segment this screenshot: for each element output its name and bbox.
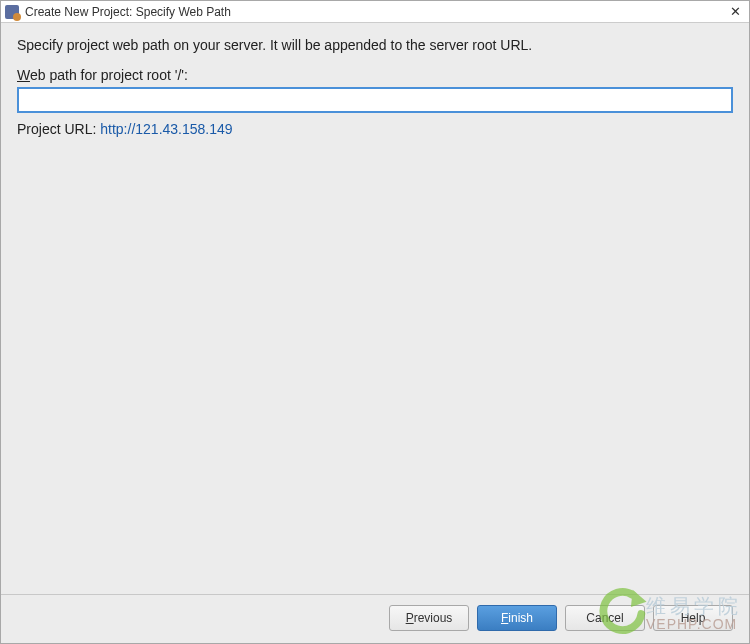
cancel-label: Cancel — [586, 611, 623, 625]
project-url-value: http://121.43.158.149 — [100, 121, 232, 137]
finish-mnemonic: F — [501, 611, 508, 625]
help-button[interactable]: Help — [653, 605, 733, 631]
help-label: Help — [681, 611, 706, 625]
cancel-button[interactable]: Cancel — [565, 605, 645, 631]
web-path-mnemonic: W — [17, 67, 30, 83]
button-divider — [1, 594, 749, 595]
previous-label: revious — [414, 611, 453, 625]
finish-label: inish — [508, 611, 533, 625]
previous-button[interactable]: Previous — [389, 605, 469, 631]
titlebar: Create New Project: Specify Web Path ✕ — [1, 1, 749, 23]
button-row: Previous Finish Cancel Help — [17, 605, 733, 635]
web-path-label-text: eb path for project root '/': — [30, 67, 188, 83]
web-path-label: Web path for project root '/': — [17, 67, 733, 83]
dialog-content: Specify project web path on your server.… — [1, 23, 749, 643]
web-path-input[interactable] — [17, 87, 733, 113]
close-icon[interactable]: ✕ — [727, 4, 743, 20]
instruction-text: Specify project web path on your server.… — [17, 37, 733, 53]
dialog-window: Create New Project: Specify Web Path ✕ S… — [0, 0, 750, 644]
titlebar-title: Create New Project: Specify Web Path — [25, 5, 727, 19]
project-url-line: Project URL: http://121.43.158.149 — [17, 121, 733, 137]
previous-mnemonic: P — [406, 611, 414, 625]
finish-button[interactable]: Finish — [477, 605, 557, 631]
app-icon — [5, 5, 19, 19]
project-url-label: Project URL: — [17, 121, 100, 137]
content-spacer — [17, 137, 733, 594]
